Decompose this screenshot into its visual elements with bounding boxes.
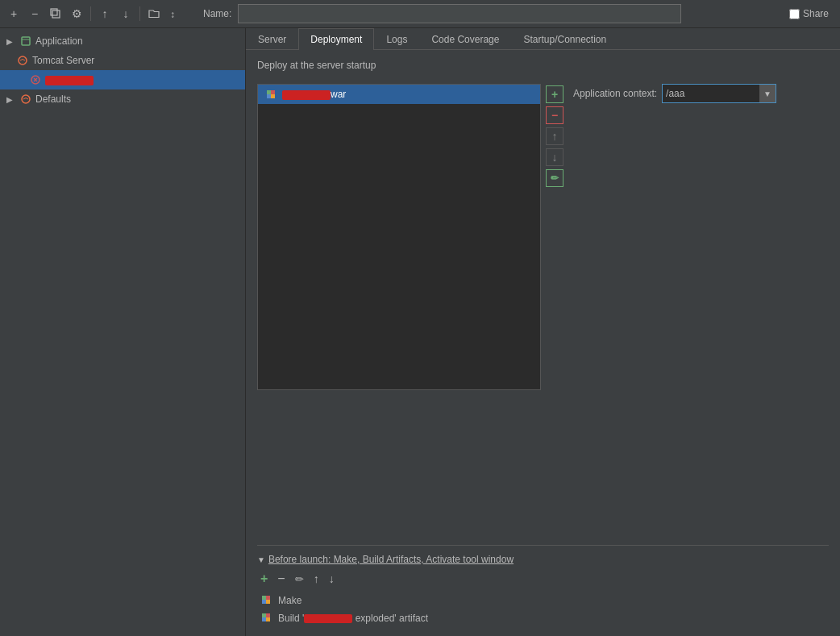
sidebar-item-defaults-label: Defaults — [35, 94, 71, 105]
tab-deployment[interactable]: Deployment — [298, 28, 374, 50]
separator-1 — [90, 6, 91, 21]
before-launch-header[interactable]: ▼ Before launch: Make, Build Artifacts, … — [257, 554, 829, 565]
sort-button[interactable]: ↕ — [166, 5, 184, 23]
tab-code-coverage[interactable]: Code Coverage — [419, 28, 511, 50]
bl-build-artifact-icon — [260, 612, 273, 625]
sidebar-item-tomcat[interactable]: Tomcat Server — [0, 51, 245, 70]
application-icon — [19, 35, 32, 48]
bl-make-label: Make — [278, 595, 301, 606]
tab-logs[interactable]: Logs — [374, 28, 419, 50]
name-input[interactable] — [238, 4, 681, 23]
defaults-icon — [19, 93, 32, 106]
svg-rect-19 — [266, 617, 270, 621]
app-context-dropdown-arrow[interactable]: ▼ — [759, 85, 776, 102]
share-label: Share — [803, 8, 829, 19]
bl-make-icon — [260, 594, 273, 607]
settings-button[interactable]: ⚙ — [68, 5, 85, 23]
deploy-section-title: Deploy at the server startup — [257, 60, 829, 71]
bl-add-button[interactable]: + — [257, 570, 271, 588]
expand-arrow-defaults: ▶ — [6, 95, 16, 104]
remove-artifact-button[interactable]: − — [546, 106, 563, 124]
app-context-dropdown-wrapper: ▼ — [662, 84, 776, 103]
sidebar: ▶ Application Tomcat Server ▶ — [0, 28, 246, 636]
tab-server[interactable]: Server — [246, 28, 298, 50]
copy-config-button[interactable] — [47, 5, 64, 23]
before-launch-section: ▼ Before launch: Make, Build Artifacts, … — [257, 545, 829, 626]
before-launch-items: Make Build ' exploded' artifact — [257, 592, 829, 626]
artifacts-actions: + − ↑ ↓ ✏ — [546, 84, 563, 390]
toolbar: + − ⚙ ↑ ↓ ↕ Name: Share — [0, 0, 840, 28]
name-section: Name: — [187, 4, 786, 23]
sidebar-item-application-label: Application — [35, 35, 83, 47]
move-down-button[interactable]: ↓ — [117, 5, 135, 23]
main-layout: ▶ Application Tomcat Server ▶ — [0, 28, 840, 636]
before-launch-chevron: ▼ — [257, 555, 265, 564]
svg-point-7 — [22, 95, 30, 103]
artifacts-list: war — [257, 84, 541, 390]
svg-rect-1 — [51, 9, 57, 15]
bl-item-make[interactable]: Make — [257, 592, 829, 609]
svg-rect-0 — [52, 10, 60, 18]
remove-config-button[interactable]: − — [26, 5, 44, 23]
svg-rect-8 — [267, 90, 271, 94]
app-context-input[interactable] — [663, 85, 759, 102]
before-launch-toolbar: + − ✏ ↑ ↓ — [257, 570, 829, 588]
share-checkbox[interactable] — [789, 9, 800, 19]
share-section: Share — [789, 8, 835, 19]
svg-rect-13 — [266, 596, 270, 600]
move-up-button[interactable]: ↑ — [96, 5, 114, 23]
sidebar-item-application[interactable]: ▶ Application — [0, 31, 245, 51]
artifact-war-icon — [264, 88, 277, 101]
bl-edit-button[interactable]: ✏ — [292, 572, 307, 587]
selected-config-icon — [29, 73, 42, 86]
bl-build-artifact-label: Build ' exploded' artifact — [278, 613, 428, 624]
sidebar-item-tomcat-label: Tomcat Server — [32, 55, 94, 66]
tab-startup-connection[interactable]: Startup/Connection — [511, 28, 618, 50]
svg-rect-18 — [262, 617, 266, 621]
svg-rect-10 — [267, 94, 271, 98]
svg-rect-15 — [266, 600, 270, 604]
selected-config-label — [45, 74, 94, 85]
content-panel: Server Deployment Logs Code Coverage Sta… — [246, 28, 840, 636]
svg-rect-9 — [271, 90, 275, 94]
svg-point-5 — [19, 56, 27, 64]
svg-rect-12 — [262, 596, 266, 600]
separator-2 — [139, 6, 140, 21]
deployment-content: Deploy at the server startup — [246, 50, 840, 636]
app-context-section: Application context: ▼ — [573, 84, 776, 103]
bl-up-button[interactable]: ↑ — [310, 571, 322, 587]
svg-rect-11 — [271, 94, 275, 98]
expand-arrow-application: ▶ — [6, 37, 16, 46]
artifact-war-label: war — [282, 89, 346, 100]
bl-down-button[interactable]: ↓ — [326, 571, 338, 587]
app-context-label: Application context: — [573, 88, 657, 99]
name-label: Name: — [203, 8, 231, 19]
add-config-button[interactable]: + — [5, 5, 23, 23]
before-launch-title: Before launch: Make, Build Artifacts, Ac… — [268, 554, 514, 565]
svg-rect-3 — [22, 37, 30, 45]
sidebar-item-defaults[interactable]: ▶ Defaults — [0, 89, 245, 109]
svg-text:↕: ↕ — [170, 9, 175, 19]
sidebar-item-selected-config[interactable] — [0, 70, 245, 89]
edit-artifact-button[interactable]: ✏ — [546, 169, 563, 187]
app-context-row: Application context: ▼ — [573, 84, 776, 103]
artifact-item-war[interactable]: war — [258, 85, 540, 104]
add-artifact-button[interactable]: + — [546, 85, 563, 103]
tomcat-icon — [16, 54, 29, 67]
folder-button[interactable] — [145, 5, 163, 23]
svg-rect-14 — [262, 600, 266, 604]
bl-remove-button[interactable]: − — [274, 570, 288, 588]
tabs-bar: Server Deployment Logs Code Coverage Sta… — [246, 28, 840, 50]
bl-item-build-artifact[interactable]: Build ' exploded' artifact — [257, 610, 829, 626]
move-up-artifact-button[interactable]: ↑ — [546, 127, 563, 145]
svg-rect-17 — [266, 613, 270, 617]
move-down-artifact-button[interactable]: ↓ — [546, 148, 563, 166]
svg-rect-16 — [262, 613, 266, 617]
